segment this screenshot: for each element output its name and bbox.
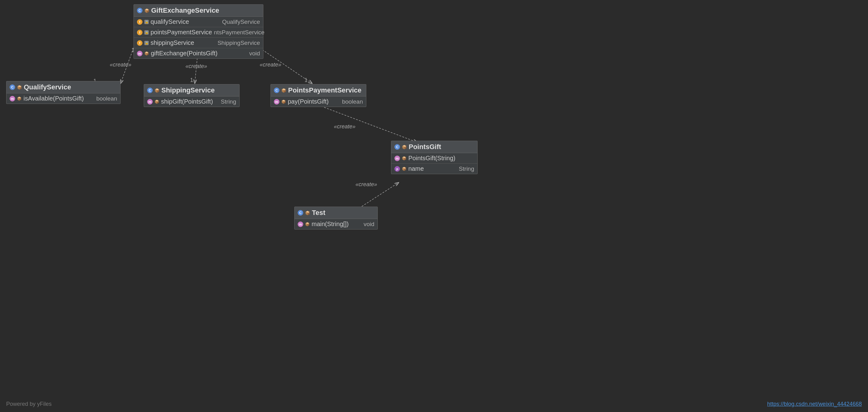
svg-text:«create»: «create»	[260, 62, 281, 68]
points-payment-service-header: C 📦 PointsPaymentService	[271, 84, 366, 96]
row-name: shipGift(PointsGift)	[161, 98, 213, 105]
row-main: m 📦 main(String[]) void	[294, 219, 377, 229]
shipping-service-box: C 📦 ShippingService m 📦 shipGift(PointsG…	[144, 84, 240, 107]
row-name: shippingService	[151, 39, 194, 47]
row-name: pointsPaymentService	[151, 29, 212, 36]
svg-text:«create»: «create»	[334, 123, 355, 129]
svg-text:«create»: «create»	[185, 63, 207, 69]
svg-line-14	[318, 105, 417, 142]
qualify-service-title: QualifyService	[24, 83, 71, 91]
svg-text:«create»: «create»	[355, 181, 377, 187]
row-isAvailable: m 📦 isAvailable(PointsGift) boolean	[6, 93, 120, 104]
qualify-service-box: C 📦 QualifyService m 📦 isAvailable(Point…	[6, 81, 121, 104]
svg-text:«create»: «create»	[110, 62, 131, 68]
shipping-service-title: ShippingService	[161, 86, 215, 94]
diagram-canvas: «create» 1 1 «create» 1 1 «create» 1 1 «…	[0, 0, 868, 412]
test-header: C 📦 Test	[294, 207, 377, 219]
row-shipGift: m 📦 shipGift(PointsGift) String	[144, 96, 239, 107]
test-box: C 📦 Test m 📦 main(String[]) void	[294, 207, 378, 230]
row-shippingService: f 🔒 shippingService ShippingService	[134, 38, 263, 48]
class-icon-c: C	[137, 8, 143, 13]
pkg-icon: 📦	[144, 8, 149, 13]
row-name: PointsGift(String)	[408, 155, 455, 162]
shipping-service-header: C 📦 ShippingService	[144, 84, 239, 96]
svg-line-10	[260, 48, 312, 84]
row-giftExchange: m 📦 giftExchange(PointsGift) void	[134, 48, 263, 58]
svg-text:1: 1	[305, 77, 308, 83]
points-gift-box: C 📦 PointsGift m 📦 PointsGift(String) p …	[391, 141, 477, 174]
svg-line-2	[121, 48, 133, 84]
points-payment-service-title: PointsPaymentService	[288, 86, 361, 94]
gift-exchange-service-header: C 📦 GiftExchangeService	[134, 5, 263, 17]
row-name: pay(PointsGift)	[288, 98, 329, 105]
points-payment-service-box: C 📦 PointsPaymentService m 📦 pay(PointsG…	[271, 84, 366, 107]
points-gift-title: PointsGift	[409, 143, 441, 151]
row-name: giftExchange(PointsGift)	[151, 50, 218, 57]
row-pointsPaymentService: f 🔒 pointsPaymentService ntsPaymentServi…	[134, 27, 263, 38]
connections-svg: «create» 1 1 «create» 1 1 «create» 1 1 «…	[0, 0, 868, 412]
footer-powered-by: Powered by yFiles	[6, 401, 52, 407]
points-gift-header: C 📦 PointsGift	[391, 141, 477, 153]
row-name: isAvailable(PointsGift)	[24, 95, 84, 102]
test-title: Test	[312, 209, 326, 217]
qualify-service-header: C 📦 QualifyService	[6, 81, 120, 93]
gift-exchange-service-box: C 📦 GiftExchangeService f 🔒 qualifyServi…	[133, 4, 264, 59]
row-name: name	[408, 165, 424, 172]
gift-exchange-service-title: GiftExchangeService	[151, 6, 219, 14]
row-name: qualifyService	[151, 18, 189, 25]
svg-text:1: 1	[190, 77, 193, 83]
row-qualifyService: f 🔒 qualifyService QualifyService	[134, 17, 263, 27]
row-name-field: p 📦 name String	[391, 164, 477, 174]
row-pointsGift-constructor: m 📦 PointsGift(String)	[391, 153, 477, 164]
footer-url[interactable]: https://blog.csdn.net/weixin_44424668	[767, 401, 862, 407]
row-pay: m 📦 pay(PointsGift) boolean	[271, 96, 366, 107]
row-name: main(String[])	[312, 220, 349, 228]
